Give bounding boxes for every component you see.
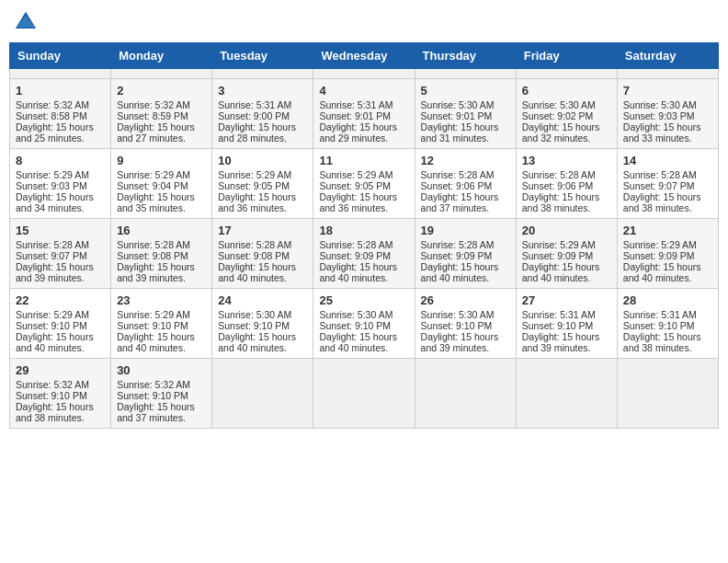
day-info: Sunrise: 5:28 AMSunset: 9:08 PMDaylight:… bbox=[218, 239, 296, 283]
day-info: Sunrise: 5:28 AMSunset: 9:08 PMDaylight:… bbox=[117, 239, 195, 283]
day-info: Sunrise: 5:30 AMSunset: 9:03 PMDaylight:… bbox=[623, 99, 701, 144]
day-number: 4 bbox=[319, 84, 408, 98]
calendar-cell: 14Sunrise: 5:28 AMSunset: 9:07 PMDayligh… bbox=[617, 149, 718, 219]
calendar-cell bbox=[415, 69, 516, 79]
calendar-cell: 12Sunrise: 5:28 AMSunset: 9:06 PMDayligh… bbox=[415, 149, 516, 219]
day-number: 25 bbox=[319, 293, 408, 307]
calendar-cell: 29Sunrise: 5:32 AMSunset: 9:10 PMDayligh… bbox=[10, 359, 111, 429]
calendar-cell: 17Sunrise: 5:28 AMSunset: 9:08 PMDayligh… bbox=[212, 219, 313, 289]
day-number: 10 bbox=[218, 154, 307, 167]
day-header-sunday: Sunday bbox=[10, 43, 111, 69]
calendar-cell: 25Sunrise: 5:30 AMSunset: 9:10 PMDayligh… bbox=[313, 289, 415, 359]
calendar-cell: 3Sunrise: 5:31 AMSunset: 9:00 PMDaylight… bbox=[212, 79, 313, 149]
calendar-week-row: 15Sunrise: 5:28 AMSunset: 9:07 PMDayligh… bbox=[10, 219, 719, 289]
logo bbox=[13, 9, 40, 35]
calendar-cell: 24Sunrise: 5:30 AMSunset: 9:10 PMDayligh… bbox=[212, 289, 313, 359]
calendar-cell bbox=[415, 359, 516, 429]
logo-icon bbox=[13, 9, 39, 35]
calendar: SundayMondayTuesdayWednesdayThursdayFrid… bbox=[9, 42, 719, 429]
day-number: 9 bbox=[117, 154, 206, 167]
day-info: Sunrise: 5:28 AMSunset: 9:07 PMDaylight:… bbox=[623, 169, 701, 213]
calendar-cell bbox=[617, 69, 718, 79]
calendar-cell: 30Sunrise: 5:32 AMSunset: 9:10 PMDayligh… bbox=[111, 359, 212, 429]
day-header-wednesday: Wednesday bbox=[313, 43, 415, 69]
calendar-cell bbox=[617, 359, 718, 429]
calendar-cell: 27Sunrise: 5:31 AMSunset: 9:10 PMDayligh… bbox=[516, 289, 617, 359]
calendar-cell: 21Sunrise: 5:29 AMSunset: 9:09 PMDayligh… bbox=[617, 219, 718, 289]
day-number: 29 bbox=[16, 363, 105, 377]
day-number: 8 bbox=[16, 154, 105, 167]
calendar-cell bbox=[10, 69, 111, 79]
day-info: Sunrise: 5:31 AMSunset: 9:10 PMDaylight:… bbox=[623, 309, 701, 353]
calendar-cell: 9Sunrise: 5:29 AMSunset: 9:04 PMDaylight… bbox=[111, 149, 212, 219]
day-info: Sunrise: 5:31 AMSunset: 9:10 PMDaylight:… bbox=[522, 309, 600, 353]
calendar-cell: 19Sunrise: 5:28 AMSunset: 9:09 PMDayligh… bbox=[415, 219, 516, 289]
day-info: Sunrise: 5:29 AMSunset: 9:09 PMDaylight:… bbox=[623, 239, 701, 283]
day-number: 5 bbox=[421, 84, 510, 98]
day-info: Sunrise: 5:29 AMSunset: 9:10 PMDaylight:… bbox=[117, 309, 195, 353]
day-number: 18 bbox=[319, 224, 408, 237]
day-header-saturday: Saturday bbox=[617, 43, 718, 69]
day-number: 12 bbox=[421, 154, 510, 167]
calendar-cell: 10Sunrise: 5:29 AMSunset: 9:05 PMDayligh… bbox=[212, 149, 313, 219]
svg-marker-1 bbox=[17, 16, 35, 28]
day-number: 30 bbox=[117, 363, 206, 377]
day-number: 2 bbox=[117, 84, 206, 98]
day-header-tuesday: Tuesday bbox=[212, 43, 313, 69]
day-number: 3 bbox=[218, 84, 307, 98]
day-info: Sunrise: 5:30 AMSunset: 9:01 PMDaylight:… bbox=[421, 99, 499, 144]
day-info: Sunrise: 5:29 AMSunset: 9:10 PMDaylight:… bbox=[16, 309, 94, 353]
calendar-cell bbox=[313, 359, 415, 429]
calendar-week-row: 29Sunrise: 5:32 AMSunset: 9:10 PMDayligh… bbox=[10, 359, 719, 429]
day-number: 17 bbox=[218, 224, 307, 237]
day-number: 13 bbox=[522, 154, 611, 167]
calendar-cell: 6Sunrise: 5:30 AMSunset: 9:02 PMDaylight… bbox=[516, 79, 617, 149]
calendar-cell bbox=[212, 69, 313, 79]
calendar-cell: 1Sunrise: 5:32 AMSunset: 8:58 PMDaylight… bbox=[10, 79, 111, 149]
calendar-cell bbox=[516, 69, 617, 79]
calendar-cell: 26Sunrise: 5:30 AMSunset: 9:10 PMDayligh… bbox=[415, 289, 516, 359]
day-info: Sunrise: 5:28 AMSunset: 9:06 PMDaylight:… bbox=[522, 169, 600, 213]
day-number: 1 bbox=[16, 84, 105, 98]
day-number: 6 bbox=[522, 84, 611, 98]
day-number: 22 bbox=[16, 293, 105, 307]
day-number: 14 bbox=[623, 154, 712, 167]
day-info: Sunrise: 5:28 AMSunset: 9:06 PMDaylight:… bbox=[421, 169, 499, 213]
day-number: 26 bbox=[421, 293, 510, 307]
day-info: Sunrise: 5:31 AMSunset: 9:00 PMDaylight:… bbox=[218, 99, 296, 144]
day-header-friday: Friday bbox=[516, 43, 617, 69]
day-info: Sunrise: 5:31 AMSunset: 9:01 PMDaylight:… bbox=[319, 99, 397, 144]
day-info: Sunrise: 5:29 AMSunset: 9:03 PMDaylight:… bbox=[16, 169, 94, 213]
day-info: Sunrise: 5:32 AMSunset: 9:10 PMDaylight:… bbox=[16, 379, 94, 423]
calendar-cell: 15Sunrise: 5:28 AMSunset: 9:07 PMDayligh… bbox=[10, 219, 111, 289]
day-info: Sunrise: 5:29 AMSunset: 9:04 PMDaylight:… bbox=[117, 169, 195, 213]
calendar-cell bbox=[516, 359, 617, 429]
calendar-cell: 7Sunrise: 5:30 AMSunset: 9:03 PMDaylight… bbox=[617, 79, 718, 149]
calendar-cell: 18Sunrise: 5:28 AMSunset: 9:09 PMDayligh… bbox=[313, 219, 415, 289]
day-info: Sunrise: 5:29 AMSunset: 9:09 PMDaylight:… bbox=[522, 239, 600, 283]
day-info: Sunrise: 5:30 AMSunset: 9:10 PMDaylight:… bbox=[421, 309, 499, 353]
calendar-cell: 22Sunrise: 5:29 AMSunset: 9:10 PMDayligh… bbox=[10, 289, 111, 359]
day-info: Sunrise: 5:30 AMSunset: 9:10 PMDaylight:… bbox=[319, 309, 397, 353]
calendar-cell: 13Sunrise: 5:28 AMSunset: 9:06 PMDayligh… bbox=[516, 149, 617, 219]
day-number: 27 bbox=[522, 293, 611, 307]
day-number: 19 bbox=[421, 224, 510, 237]
calendar-cell bbox=[212, 359, 313, 429]
calendar-cell: 23Sunrise: 5:29 AMSunset: 9:10 PMDayligh… bbox=[111, 289, 212, 359]
day-number: 21 bbox=[623, 224, 712, 237]
calendar-cell bbox=[313, 69, 415, 79]
calendar-cell: 20Sunrise: 5:29 AMSunset: 9:09 PMDayligh… bbox=[516, 219, 617, 289]
calendar-header-row: SundayMondayTuesdayWednesdayThursdayFrid… bbox=[10, 43, 719, 69]
header bbox=[9, 9, 719, 35]
day-info: Sunrise: 5:29 AMSunset: 9:05 PMDaylight:… bbox=[319, 169, 397, 213]
day-info: Sunrise: 5:32 AMSunset: 8:58 PMDaylight:… bbox=[16, 99, 94, 144]
day-info: Sunrise: 5:28 AMSunset: 9:09 PMDaylight:… bbox=[319, 239, 397, 283]
calendar-cell: 28Sunrise: 5:31 AMSunset: 9:10 PMDayligh… bbox=[617, 289, 718, 359]
calendar-cell: 2Sunrise: 5:32 AMSunset: 8:59 PMDaylight… bbox=[111, 79, 212, 149]
day-header-monday: Monday bbox=[111, 43, 212, 69]
day-number: 24 bbox=[218, 293, 307, 307]
day-number: 7 bbox=[623, 84, 712, 98]
day-header-thursday: Thursday bbox=[415, 43, 516, 69]
day-number: 11 bbox=[319, 154, 408, 167]
calendar-week-row: 8Sunrise: 5:29 AMSunset: 9:03 PMDaylight… bbox=[10, 149, 719, 219]
